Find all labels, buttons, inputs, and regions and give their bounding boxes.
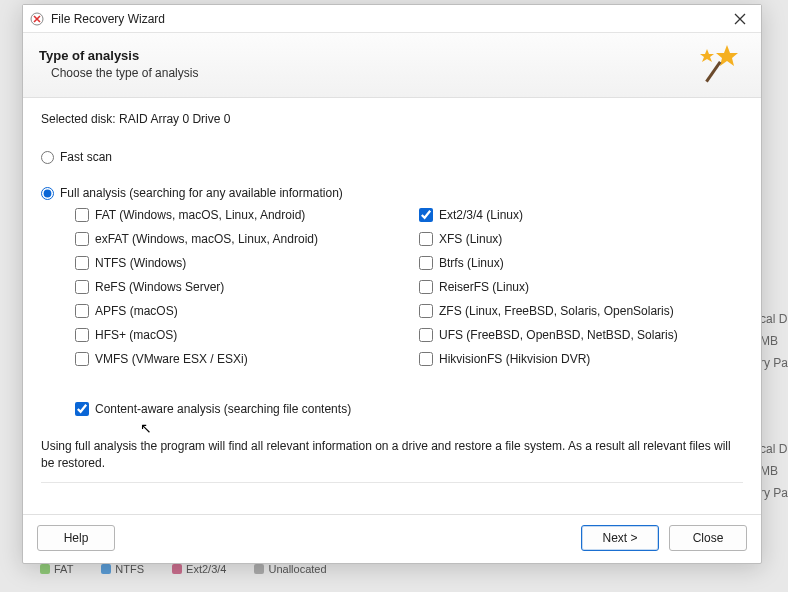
selected-disk-label: Selected disk: <box>41 112 116 126</box>
fs-checkbox-input-ext[interactable] <box>419 208 433 222</box>
filesystem-grid: FAT (Windows, macOS, Linux, Android)exFA… <box>75 208 743 376</box>
window-title: File Recovery Wizard <box>51 12 725 26</box>
fast-scan-radio-input[interactable] <box>41 151 54 164</box>
fs-checkbox-ext[interactable]: Ext2/3/4 (Linux) <box>419 208 743 222</box>
fs-checkbox-input-ntfs[interactable] <box>75 256 89 270</box>
close-icon[interactable] <box>725 8 755 30</box>
fs-checkbox-exfat[interactable]: exFAT (Windows, macOS, Linux, Android) <box>75 232 399 246</box>
content-aware-label: Content-aware analysis (searching file c… <box>95 402 351 416</box>
fs-label-hfs: HFS+ (macOS) <box>95 328 177 342</box>
fs-checkbox-input-refs[interactable] <box>75 280 89 294</box>
fs-checkbox-xfs[interactable]: XFS (Linux) <box>419 232 743 246</box>
fs-checkbox-input-ufs[interactable] <box>419 328 433 342</box>
separator <box>41 482 743 483</box>
fs-checkbox-input-zfs[interactable] <box>419 304 433 318</box>
content-aware-checkbox-input[interactable] <box>75 402 89 416</box>
fs-checkbox-apfs[interactable]: APFS (macOS) <box>75 304 399 318</box>
svg-marker-2 <box>700 49 714 62</box>
fs-label-refs: ReFS (Windows Server) <box>95 280 224 294</box>
wizard-footer: Help Next > Close <box>23 514 761 563</box>
help-button[interactable]: Help <box>37 525 115 551</box>
fs-label-vmfs: VMFS (VMware ESX / ESXi) <box>95 352 248 366</box>
full-analysis-radio-input[interactable] <box>41 187 54 200</box>
fs-checkbox-input-exfat[interactable] <box>75 232 89 246</box>
wizard-body: Selected disk: RAID Array 0 Drive 0 Fast… <box>23 98 761 514</box>
analysis-description: Using full analysis the program will fin… <box>41 438 743 472</box>
fs-checkbox-input-hfs[interactable] <box>75 328 89 342</box>
fs-checkbox-fat[interactable]: FAT (Windows, macOS, Linux, Android) <box>75 208 399 222</box>
fs-label-ufs: UFS (FreeBSD, OpenBSD, NetBSD, Solaris) <box>439 328 678 342</box>
fs-checkbox-input-fat[interactable] <box>75 208 89 222</box>
fs-checkbox-input-apfs[interactable] <box>75 304 89 318</box>
header-title: Type of analysis <box>39 48 697 63</box>
fs-label-hikfs: HikvisionFS (Hikvision DVR) <box>439 352 590 366</box>
fs-checkbox-vmfs[interactable]: VMFS (VMware ESX / ESXi) <box>75 352 399 366</box>
next-button[interactable]: Next > <box>581 525 659 551</box>
fs-label-ntfs: NTFS (Windows) <box>95 256 186 270</box>
fs-checkbox-input-btrfs[interactable] <box>419 256 433 270</box>
selected-disk-line: Selected disk: RAID Array 0 Drive 0 <box>41 112 743 126</box>
fs-checkbox-hikfs[interactable]: HikvisionFS (Hikvision DVR) <box>419 352 743 366</box>
app-icon <box>29 11 45 27</box>
fs-checkbox-input-hikfs[interactable] <box>419 352 433 366</box>
full-analysis-label: Full analysis (searching for any availab… <box>60 186 343 200</box>
background-panel: cal D MB ry Pa cal D MB ry Pa <box>760 310 788 506</box>
fs-label-apfs: APFS (macOS) <box>95 304 178 318</box>
fs-checkbox-input-xfs[interactable] <box>419 232 433 246</box>
fs-label-fat: FAT (Windows, macOS, Linux, Android) <box>95 208 305 222</box>
header-subtitle: Choose the type of analysis <box>51 66 697 80</box>
fast-scan-radio[interactable]: Fast scan <box>41 150 743 164</box>
wizard-wand-icon <box>697 43 745 85</box>
content-aware-checkbox[interactable]: Content-aware analysis (searching file c… <box>75 402 743 416</box>
fs-checkbox-ufs[interactable]: UFS (FreeBSD, OpenBSD, NetBSD, Solaris) <box>419 328 743 342</box>
fs-checkbox-input-reiserfs[interactable] <box>419 280 433 294</box>
fs-label-exfat: exFAT (Windows, macOS, Linux, Android) <box>95 232 318 246</box>
fast-scan-label: Fast scan <box>60 150 112 164</box>
full-analysis-radio[interactable]: Full analysis (searching for any availab… <box>41 186 743 200</box>
fs-checkbox-refs[interactable]: ReFS (Windows Server) <box>75 280 399 294</box>
svg-rect-3 <box>705 61 721 82</box>
fs-checkbox-btrfs[interactable]: Btrfs (Linux) <box>419 256 743 270</box>
fs-label-ext: Ext2/3/4 (Linux) <box>439 208 523 222</box>
background-legend: FAT NTFS Ext2/3/4 Unallocated <box>40 563 327 575</box>
fs-checkbox-hfs[interactable]: HFS+ (macOS) <box>75 328 399 342</box>
selected-disk-value: RAID Array 0 Drive 0 <box>119 112 230 126</box>
fs-label-reiserfs: ReiserFS (Linux) <box>439 280 529 294</box>
titlebar: File Recovery Wizard <box>23 5 761 33</box>
fs-checkbox-ntfs[interactable]: NTFS (Windows) <box>75 256 399 270</box>
wizard-header: Type of analysis Choose the type of anal… <box>23 33 761 98</box>
wizard-dialog: File Recovery Wizard Type of analysis Ch… <box>22 4 762 564</box>
fs-label-xfs: XFS (Linux) <box>439 232 502 246</box>
fs-label-zfs: ZFS (Linux, FreeBSD, Solaris, OpenSolari… <box>439 304 674 318</box>
fs-checkbox-input-vmfs[interactable] <box>75 352 89 366</box>
fs-checkbox-reiserfs[interactable]: ReiserFS (Linux) <box>419 280 743 294</box>
fs-checkbox-zfs[interactable]: ZFS (Linux, FreeBSD, Solaris, OpenSolari… <box>419 304 743 318</box>
fs-label-btrfs: Btrfs (Linux) <box>439 256 504 270</box>
close-button[interactable]: Close <box>669 525 747 551</box>
